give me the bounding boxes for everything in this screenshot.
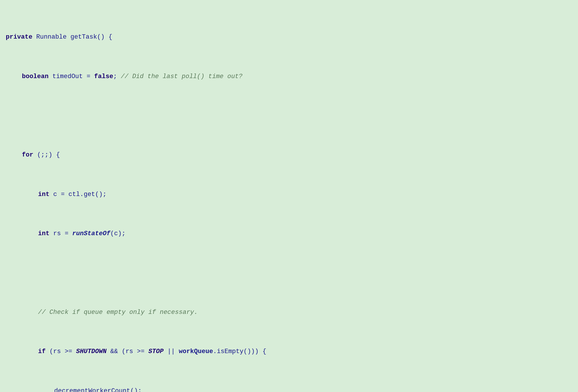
line-comment-queue: // Check if queue empty only if necessar… [38, 308, 572, 317]
line-int-c: int c = ctl.get(); [38, 190, 572, 199]
line-decrement: decrementWorkerCount(); [54, 386, 572, 392]
line-blank-1 [6, 111, 572, 121]
line-2: boolean timedOut = false; // Did the las… [22, 72, 572, 82]
line-blank-2 [6, 268, 572, 278]
line-1: private Runnable getTask() { [6, 32, 572, 42]
code-block: private Runnable getTask() { boolean tim… [6, 3, 572, 392]
line-int-rs: int rs = runStateOf(c); [38, 229, 572, 239]
line-for: for (;;) { [22, 150, 572, 160]
line-if-rs: if (rs >= SHUTDOWN && (rs >= STOP || wor… [38, 347, 572, 357]
